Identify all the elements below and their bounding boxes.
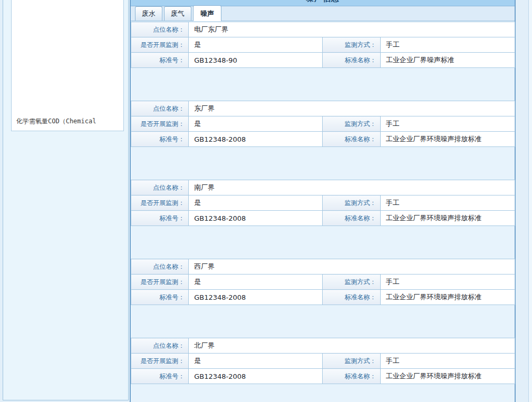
point-info-block: 点位名称： 东厂界 是否开展监测： 是 监测方式： 手工 标准号： GB1234… xyxy=(131,101,515,147)
point-name-value: 北厂界 xyxy=(189,338,515,354)
point-name-value: 东厂界 xyxy=(189,101,515,116)
standard-no-label: 标准号： xyxy=(131,53,189,68)
monitoring-conducted-label: 是否开展监测： xyxy=(131,195,189,211)
table-row: 是否开展监测： 是 监测方式： 手工 xyxy=(131,195,515,211)
standard-no-value: GB12348-2008 xyxy=(189,369,323,384)
standard-no-value: GB12348-90 xyxy=(189,53,323,68)
standard-name-value: 工业企业厂界环境噪声排放标准 xyxy=(380,369,515,384)
table-row: 是否开展监测： 是 监测方式： 手工 xyxy=(131,274,515,290)
monitoring-method-label: 监测方式： xyxy=(323,195,380,211)
monitoring-method-value: 手工 xyxy=(380,37,515,53)
standard-name-label: 标准名称： xyxy=(323,369,380,384)
table-row: 点位名称： 电厂东厂界 xyxy=(131,22,515,37)
point-info-block: 点位名称： 南厂界 是否开展监测： 是 监测方式： 手工 标准号： GB1234… xyxy=(131,180,515,226)
main-panel: 噪声信息 废水 废气 噪声 点位名称： 电厂东厂界 是否开展监测： 是 监测方式… xyxy=(130,0,516,402)
table-row: 标准号： GB12348-2008 标准名称： 工业企业厂界环境噪声排放标准 xyxy=(131,290,515,305)
sidebar-panel: 化学需氧量COD（Chemical xyxy=(3,0,129,400)
monitoring-conducted-value: 是 xyxy=(189,37,323,53)
tab-strip: 废水 废气 噪声 xyxy=(131,6,515,21)
table-row: 点位名称： 东厂界 xyxy=(131,101,515,116)
monitoring-method-value: 手工 xyxy=(380,195,515,211)
standard-name-value: 工业企业厂界环境噪声排放标准 xyxy=(380,132,515,147)
point-name-value: 南厂界 xyxy=(189,180,515,195)
point-name-label: 点位名称： xyxy=(131,338,189,354)
standard-no-label: 标准号： xyxy=(131,132,189,147)
table-row: 标准号： GB12348-2008 标准名称： 工业企业厂界环境噪声排放标准 xyxy=(131,369,515,384)
table-row: 标准号： GB12348-90 标准名称： 工业企业厂界噪声标准 xyxy=(131,53,515,68)
point-name-label: 点位名称： xyxy=(131,180,189,195)
monitoring-method-label: 监测方式： xyxy=(323,116,380,132)
standard-name-label: 标准名称： xyxy=(323,53,380,68)
monitoring-method-value: 手工 xyxy=(380,116,515,132)
parameter-box: 化学需氧量COD（Chemical xyxy=(11,0,124,131)
tab-noise[interactable]: 噪声 xyxy=(193,5,221,21)
table-row: 点位名称： 西厂界 xyxy=(131,259,515,274)
point-name-value: 电厂东厂界 xyxy=(189,22,515,37)
monitoring-conducted-value: 是 xyxy=(189,354,323,369)
panel-header: 噪声信息 xyxy=(131,0,515,6)
table-row: 标准号： GB12348-2008 标准名称： 工业企业厂界环境噪声排放标准 xyxy=(131,132,515,147)
standard-no-label: 标准号： xyxy=(131,369,189,384)
standard-no-label: 标准号： xyxy=(131,211,189,226)
standard-name-label: 标准名称： xyxy=(323,290,380,305)
table-row: 是否开展监测： 是 监测方式： 手工 xyxy=(131,37,515,53)
monitoring-conducted-label: 是否开展监测： xyxy=(131,274,189,290)
standard-no-label: 标准号： xyxy=(131,290,189,305)
monitoring-method-label: 监测方式： xyxy=(323,37,380,53)
right-edge-divider xyxy=(528,0,532,402)
monitoring-method-value: 手工 xyxy=(380,354,515,369)
table-row: 点位名称： 南厂界 xyxy=(131,180,515,195)
panel-title: 噪声信息 xyxy=(306,0,340,6)
standard-name-value: 工业企业厂界环境噪声排放标准 xyxy=(380,211,515,226)
table-row: 是否开展监测： 是 监测方式： 手工 xyxy=(131,116,515,132)
monitoring-method-value: 手工 xyxy=(380,274,515,290)
standard-name-label: 标准名称： xyxy=(323,211,380,226)
standard-no-value: GB12348-2008 xyxy=(189,211,323,226)
points-list: 点位名称： 电厂东厂界 是否开展监测： 是 监测方式： 手工 标准号： GB12… xyxy=(131,21,515,384)
point-info-block: 点位名称： 北厂界 是否开展监测： 是 监测方式： 手工 标准号： GB1234… xyxy=(131,338,515,384)
standard-name-value: 工业企业厂界环境噪声排放标准 xyxy=(380,290,515,305)
point-name-label: 点位名称： xyxy=(131,259,189,274)
monitoring-conducted-value: 是 xyxy=(189,274,323,290)
parameter-text: 化学需氧量COD（Chemical xyxy=(16,117,96,126)
table-row: 点位名称： 北厂界 xyxy=(131,338,515,354)
tab-waste-gas[interactable]: 废气 xyxy=(164,6,191,21)
standard-name-value: 工业企业厂界噪声标准 xyxy=(380,53,515,68)
point-name-value: 西厂界 xyxy=(189,259,515,274)
point-info-block: 点位名称： 西厂界 是否开展监测： 是 监测方式： 手工 标准号： GB1234… xyxy=(131,259,515,305)
table-row: 是否开展监测： 是 监测方式： 手工 xyxy=(131,354,515,369)
monitoring-conducted-label: 是否开展监测： xyxy=(131,354,189,369)
monitoring-conducted-label: 是否开展监测： xyxy=(131,37,189,53)
point-name-label: 点位名称： xyxy=(131,22,189,37)
standard-name-label: 标准名称： xyxy=(323,132,380,147)
monitoring-conducted-label: 是否开展监测： xyxy=(131,116,189,132)
monitoring-method-label: 监测方式： xyxy=(323,354,380,369)
point-info-block: 点位名称： 电厂东厂界 是否开展监测： 是 监测方式： 手工 标准号： GB12… xyxy=(131,22,515,68)
tab-wastewater[interactable]: 废水 xyxy=(135,6,162,21)
standard-no-value: GB12348-2008 xyxy=(189,290,323,305)
table-row: 标准号： GB12348-2008 标准名称： 工业企业厂界环境噪声排放标准 xyxy=(131,211,515,226)
standard-no-value: GB12348-2008 xyxy=(189,132,323,147)
monitoring-method-label: 监测方式： xyxy=(323,274,380,290)
point-name-label: 点位名称： xyxy=(131,101,189,116)
monitoring-conducted-value: 是 xyxy=(189,116,323,132)
monitoring-conducted-value: 是 xyxy=(189,195,323,211)
